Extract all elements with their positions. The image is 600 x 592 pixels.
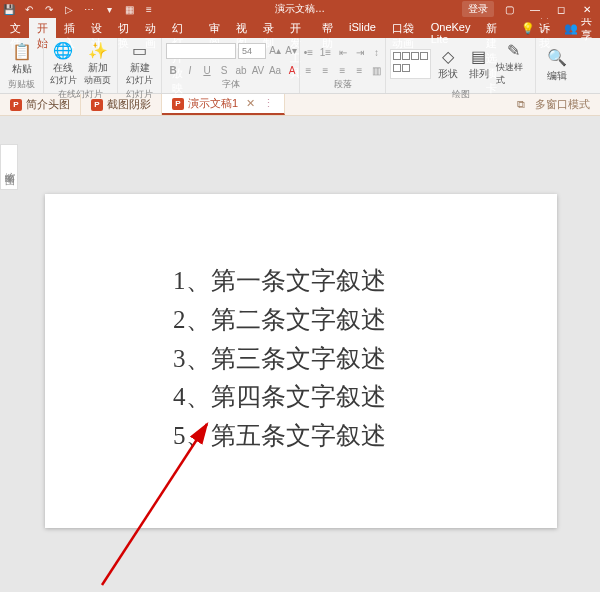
multi-window-icon[interactable]: ⧉ [517, 98, 525, 111]
thumbnails-panel-toggle[interactable]: 缩略图 [0, 144, 18, 190]
decrease-font-icon[interactable]: A▾ [284, 43, 298, 57]
bullets-icon[interactable]: •≡ [302, 45, 316, 59]
increase-font-icon[interactable]: A▴ [268, 43, 282, 57]
slide-text-content[interactable]: 1、第一条文字叙述 2、第二条文字叙述 3、第三条文字叙述 4、第四条文字叙述 … [173, 262, 386, 456]
bold-icon[interactable]: B [166, 63, 180, 77]
qat-list-icon[interactable]: ≡ [142, 2, 156, 16]
tab-file[interactable]: 文件 [2, 18, 29, 38]
new-slide-button[interactable]: ▭ 新建 幻灯片 [123, 40, 157, 87]
group-drawing-label: 绘图 [390, 87, 531, 103]
tab-view[interactable]: 视图 [228, 18, 255, 38]
tab-help[interactable]: 帮助 [314, 18, 341, 38]
indent-dec-icon[interactable]: ⇤ [336, 45, 350, 59]
underline-icon[interactable]: U [200, 63, 214, 77]
tab-slideshow[interactable]: 幻灯片放映 [164, 18, 201, 38]
group-online-slides: 🌐 在线 幻灯片 ✨ 新加 动画页 在线幻灯片 [44, 38, 118, 93]
ribbon-display-options-icon[interactable]: ▢ [498, 4, 520, 15]
align-left-icon[interactable]: ≡ [302, 63, 316, 77]
clipboard-icon: 📋 [12, 41, 32, 61]
list-item: 2、第二条文字叙述 [173, 301, 386, 340]
strike-icon[interactable]: S [217, 63, 231, 77]
case-icon[interactable]: Aa [268, 63, 282, 77]
group-editing: 🔍 编辑 [536, 38, 578, 93]
spacing-icon[interactable]: AV [251, 63, 265, 77]
group-paragraph-label: 段落 [304, 77, 381, 93]
italic-icon[interactable]: I [183, 63, 197, 77]
font-size-combo[interactable]: 54 [238, 43, 266, 59]
list-item: 1、第一条文字叙述 [173, 262, 386, 301]
new-animation-page-button[interactable]: ✨ 新加 动画页 [83, 40, 114, 87]
close-icon[interactable]: ✕ [576, 4, 598, 15]
tab-record[interactable]: 录制 [255, 18, 282, 38]
doc-tab-1-label: 简介头图 [26, 97, 70, 112]
maximize-icon[interactable]: ◻ [550, 4, 572, 15]
login-button[interactable]: 登录 [462, 1, 494, 17]
tab-animations[interactable]: 动画 [137, 18, 164, 38]
globe-icon: 🌐 [53, 40, 73, 60]
list-item: 5、第五条文字叙述 [173, 417, 386, 456]
quick-styles-button[interactable]: ✎ 快速样式 [496, 40, 531, 87]
line-spacing-icon[interactable]: ↕ [370, 45, 384, 59]
title-bar: 💾 ↶ ↷ ▷ ⋯ ▾ ▦ ≡ 演示文稿… 登录 ▢ — ◻ ✕ [0, 0, 600, 18]
doc-tab-3[interactable]: 演示文稿1 ✕ ⋮ [162, 94, 285, 115]
tell-me-search[interactable]: 💡 告诉我 [515, 18, 556, 38]
tab-transitions[interactable]: 切换 [110, 18, 137, 38]
close-tab-icon[interactable]: ✕ [246, 97, 255, 110]
align-right-icon[interactable]: ≡ [336, 63, 350, 77]
shadow-icon[interactable]: ab [234, 63, 248, 77]
sparkle-icon: ✨ [88, 40, 108, 60]
share-button[interactable]: 👥 共享 [556, 18, 600, 38]
numbering-icon[interactable]: 1≡ [319, 45, 333, 59]
qat-grid-icon[interactable]: ▦ [122, 2, 136, 16]
arrange-icon: ▤ [469, 46, 489, 66]
tab-home[interactable]: 开始 [29, 18, 56, 38]
ppt-file-icon [172, 98, 184, 110]
undo-icon[interactable]: ↶ [22, 2, 36, 16]
ppt-file-icon [91, 99, 103, 111]
multi-window-label[interactable]: 多窗口模式 [535, 97, 590, 112]
redo-icon[interactable]: ↷ [42, 2, 56, 16]
tab-pocket-animation[interactable]: 口袋动画 PA [384, 18, 423, 38]
start-slideshow-icon[interactable]: ▷ [62, 2, 76, 16]
tab-menu-icon[interactable]: ⋮ [263, 97, 274, 110]
doc-tab-2-label: 截图阴影 [107, 97, 151, 112]
tab-new-tab[interactable]: 新建选项卡 [478, 18, 515, 38]
shapes-button[interactable]: ◇ 形状 [435, 46, 461, 81]
tab-design[interactable]: 设计 [83, 18, 110, 38]
group-font: 54 A▴ A▾ B I U S ab AV Aa A 字体 [162, 38, 300, 93]
group-clipboard-label: 剪贴板 [4, 77, 39, 93]
font-color-icon[interactable]: A [285, 63, 299, 77]
tab-onekey-lite[interactable]: OneKey Lite [423, 18, 479, 38]
doc-tab-1[interactable]: 简介头图 [0, 94, 81, 115]
align-center-icon[interactable]: ≡ [319, 63, 333, 77]
list-item: 3、第三条文字叙述 [173, 340, 386, 379]
online-slides-button[interactable]: 🌐 在线 幻灯片 [48, 40, 79, 87]
tab-review[interactable]: 审阅 [201, 18, 228, 38]
slide[interactable]: 1、第一条文字叙述 2、第二条文字叙述 3、第三条文字叙述 4、第四条文字叙述 … [45, 194, 557, 528]
group-clipboard: 📋 粘贴 剪贴板 [0, 38, 44, 93]
group-font-label: 字体 [166, 77, 295, 93]
quick-access-toolbar: 💾 ↶ ↷ ▷ ⋯ ▾ ▦ ≡ [2, 2, 156, 16]
window-title: 演示文稿… [275, 2, 325, 16]
tab-insert[interactable]: 插入 [56, 18, 83, 38]
editing-button[interactable]: 🔍 编辑 [540, 48, 574, 83]
editor-canvas: 缩略图 1、第一条文字叙述 2、第二条文字叙述 3、第三条文字叙述 4、第四条文… [0, 116, 600, 592]
doc-tab-3-label: 演示文稿1 [188, 96, 238, 111]
tab-islide[interactable]: iSlide [341, 18, 384, 38]
columns-icon[interactable]: ▥ [370, 63, 384, 77]
arrange-button[interactable]: ▤ 排列 [466, 46, 492, 81]
paste-button[interactable]: 📋 粘贴 [5, 41, 39, 76]
doc-tab-2[interactable]: 截图阴影 [81, 94, 162, 115]
font-name-combo[interactable] [166, 43, 236, 59]
group-drawing: ◇ 形状 ▤ 排列 ✎ 快速样式 绘图 [386, 38, 536, 93]
tab-developer[interactable]: 开发工具 [282, 18, 314, 38]
minimize-icon[interactable]: — [524, 4, 546, 15]
save-icon[interactable]: 💾 [2, 2, 16, 16]
qat-more-icon[interactable]: ⋯ [82, 2, 96, 16]
shapes-gallery[interactable] [390, 49, 431, 79]
justify-icon[interactable]: ≡ [353, 63, 367, 77]
share-icon: 👥 [564, 22, 578, 35]
indent-inc-icon[interactable]: ⇥ [353, 45, 367, 59]
ribbon-tabs: 文件 开始 插入 设计 切换 动画 幻灯片放映 审阅 视图 录制 开发工具 帮助… [0, 18, 600, 38]
qat-dropdown-icon[interactable]: ▾ [102, 2, 116, 16]
